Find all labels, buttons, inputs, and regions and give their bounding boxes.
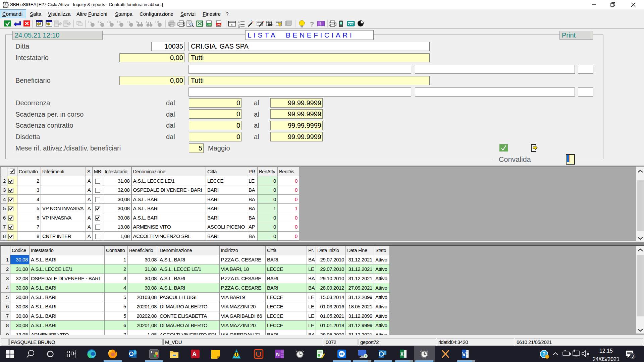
svg-text:?: ? xyxy=(310,20,314,28)
svg-text:€: € xyxy=(169,23,171,27)
svg-text:F3: F3 xyxy=(107,20,111,23)
svg-text:F5: F5 xyxy=(127,20,130,23)
svg-text:F4: F4 xyxy=(117,20,121,23)
svg-text:F1: F1 xyxy=(88,20,92,23)
svg-text:CSV: CSV xyxy=(207,23,212,26)
svg-text:a: a xyxy=(231,23,232,26)
svg-text:24/05/2021: 24/05/2021 xyxy=(593,356,620,362)
svg-text:12:15: 12:15 xyxy=(599,348,613,354)
svg-text:F9: F9 xyxy=(155,20,159,23)
svg-text:?: ? xyxy=(319,22,321,26)
svg-text:XML: XML xyxy=(216,23,222,26)
svg-text:3: 3 xyxy=(632,354,634,359)
svg-text:F2: F2 xyxy=(98,20,102,23)
svg-text:8: 8 xyxy=(146,20,147,23)
svg-text:N: N xyxy=(276,351,280,357)
svg-text:6: 6 xyxy=(136,20,138,23)
svg-text:3: 3 xyxy=(238,25,240,28)
svg-text:i: i xyxy=(547,355,548,359)
